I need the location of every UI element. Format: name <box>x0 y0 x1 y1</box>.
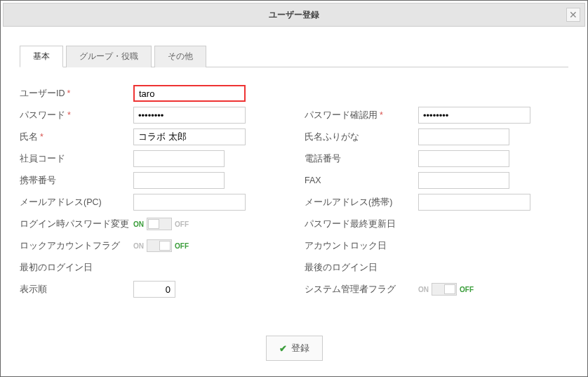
label-mobile: 携帯番号 <box>20 175 133 187</box>
label-name-kana: 氏名ふりがな <box>305 131 418 143</box>
toggle-knob <box>159 241 171 251</box>
footer: ✔ 登録 <box>20 336 568 361</box>
fax-input[interactable] <box>418 172 509 189</box>
submit-button[interactable]: ✔ 登録 <box>266 336 323 361</box>
dialog-header: ユーザー登録 ✕ <box>3 3 585 27</box>
label-user-id: ユーザーID* <box>20 88 133 100</box>
dialog-title: ユーザー登録 <box>269 9 319 21</box>
password-confirm-input[interactable] <box>418 107 530 124</box>
name-input[interactable] <box>133 128 246 145</box>
toggle-off-label: OFF <box>460 286 474 293</box>
mobile-input[interactable] <box>133 172 225 189</box>
label-password-confirm: パスワード確認用* <box>305 110 418 121</box>
label-pw-change-on-login: ログイン時パスワード変更 <box>20 218 133 230</box>
toggle-on-label: ON <box>418 286 429 293</box>
label-password: パスワード* <box>20 110 133 121</box>
submit-label: 登録 <box>291 342 309 355</box>
tab-bar: 基本 グループ・役職 その他 <box>20 45 568 67</box>
form-area: ユーザーID* パスワード* 氏名* <box>20 83 568 300</box>
dialog-body: 基本 グループ・役職 その他 ユーザーID* パスワード* <box>3 27 585 375</box>
label-lock-flag: ロックアカウントフラグ <box>20 240 133 252</box>
toggle-track[interactable] <box>147 239 172 252</box>
tab-basic[interactable]: 基本 <box>20 46 63 67</box>
label-mail-mobile: メールアドレス(携帯) <box>305 197 418 209</box>
tab-group-role[interactable]: グループ・役職 <box>66 46 152 67</box>
toggle-knob <box>444 284 455 294</box>
label-mail-pc: メールアドレス(PC) <box>20 197 133 209</box>
lock-flag-toggle[interactable]: ON OFF <box>133 239 189 252</box>
label-last-login: 最後のログイン日 <box>305 262 418 274</box>
toggle-on-label: ON <box>133 220 144 228</box>
password-input[interactable] <box>133 107 246 124</box>
user-id-input[interactable] <box>133 85 246 102</box>
label-phone: 電話番号 <box>305 153 418 165</box>
label-sysadmin-flag: システム管理者フラグ <box>305 284 418 296</box>
label-account-lock-date: アカウントロック日 <box>305 240 418 252</box>
label-emp-code: 社員コード <box>20 153 133 165</box>
left-column: ユーザーID* パスワード* 氏名* <box>20 83 283 300</box>
close-button[interactable]: ✕ <box>566 8 580 22</box>
tab-other[interactable]: その他 <box>154 46 206 67</box>
pw-change-toggle[interactable]: ON OFF <box>133 218 189 230</box>
sysadmin-flag-toggle[interactable]: ON OFF <box>418 283 474 296</box>
check-icon: ✔ <box>279 343 287 354</box>
close-icon: ✕ <box>569 9 577 20</box>
label-pw-last-updated: パスワード最終更新日 <box>305 218 418 230</box>
label-fax: FAX <box>305 176 418 185</box>
display-order-input[interactable] <box>133 281 175 298</box>
phone-input[interactable] <box>418 150 509 167</box>
toggle-track[interactable] <box>147 218 172 230</box>
right-column: - パスワード確認用* 氏名ふりがな 電話番号 <box>305 83 568 300</box>
toggle-on-label: ON <box>133 242 144 250</box>
name-kana-input[interactable] <box>418 128 509 145</box>
label-first-login: 最初のログイン日 <box>20 262 133 274</box>
toggle-off-label: OFF <box>175 242 189 250</box>
label-display-order: 表示順 <box>20 284 133 296</box>
toggle-track[interactable] <box>432 283 457 296</box>
toggle-off-label: OFF <box>175 220 189 228</box>
label-name: 氏名* <box>20 131 133 143</box>
mail-pc-input[interactable] <box>133 194 246 211</box>
mail-mobile-input[interactable] <box>418 194 530 211</box>
emp-code-input[interactable] <box>133 150 225 167</box>
toggle-knob <box>148 219 159 229</box>
